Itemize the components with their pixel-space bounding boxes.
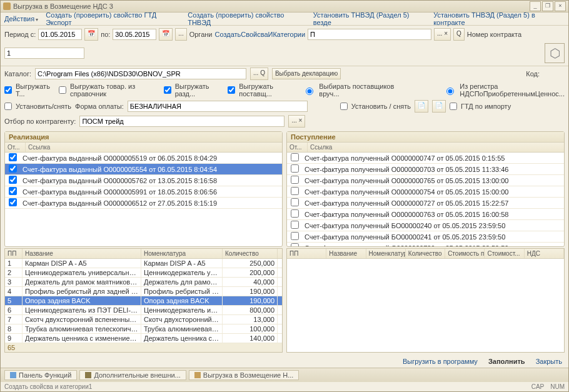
- list-item[interactable]: Счет-фактура полученный БО00000241 от 05…: [287, 231, 564, 243]
- close-button[interactable]: ×: [555, 1, 566, 11]
- list-item[interactable]: Счет-фактура полученный О0000000727 от 0…: [287, 198, 564, 209]
- chk-gtd-import[interactable]: [450, 103, 457, 110]
- row-check[interactable]: [291, 198, 299, 206]
- chk-set-unset[interactable]: [4, 103, 12, 110]
- row-check[interactable]: [291, 209, 299, 218]
- fill-link[interactable]: Заполнить: [488, 358, 525, 365]
- chk-suppliers[interactable]: [228, 86, 235, 94]
- row-check[interactable]: [291, 176, 299, 184]
- row-check[interactable]: [291, 187, 299, 195]
- list-ico2[interactable]: 📄: [432, 100, 446, 113]
- list-item[interactable]: Счет-фактура полученный О0000000765 от 0…: [287, 175, 564, 186]
- table-row[interactable]: 5Опора задняя BACKОпора задняя BACK190,0…: [5, 296, 282, 306]
- col-marked[interactable]: От...: [5, 143, 26, 152]
- grid-col[interactable]: Стоимост...: [485, 249, 524, 258]
- items-grid-right-body[interactable]: [287, 259, 564, 352]
- payment-form-input[interactable]: [128, 101, 308, 112]
- list-item[interactable]: Счет-фактура полученный О0000000747 от 0…: [287, 153, 564, 164]
- cube-icon[interactable]: ⬡: [545, 43, 565, 63]
- table-row[interactable]: 9Держатель ценника с изменением угла н..…: [5, 334, 282, 343]
- grid-col[interactable]: Название: [23, 249, 141, 258]
- export-link[interactable]: Выгрузить в программу: [403, 358, 478, 365]
- list-item[interactable]: Счет-фактура полученный О0000000763 от 0…: [287, 209, 564, 220]
- chk-goods-dir[interactable]: [59, 86, 66, 94]
- grid-col[interactable]: Номенклатура: [141, 249, 223, 258]
- period-from-picker[interactable]: 📅: [84, 28, 98, 41]
- row-check[interactable]: [9, 164, 17, 173]
- chk-export-t[interactable]: [4, 86, 12, 94]
- period-to-picker[interactable]: 📅: [159, 28, 173, 41]
- row-check[interactable]: [9, 187, 17, 195]
- create-categories-link[interactable]: СоздатьСвойсваИКатегории: [214, 31, 305, 38]
- row-check[interactable]: [9, 153, 17, 161]
- organization-input[interactable]: [308, 29, 431, 40]
- grid-col[interactable]: Стоимость по СФ: [445, 249, 485, 258]
- list-ico1[interactable]: 📄: [415, 100, 428, 113]
- catalog-browse[interactable]: ... Q: [250, 68, 268, 80]
- row-check[interactable]: [291, 232, 299, 240]
- col-link-r[interactable]: Ссылка: [308, 143, 564, 152]
- list-item[interactable]: Счет-фактура выданный О0000005991 от 18.…: [5, 186, 282, 198]
- close-link[interactable]: Закрыть: [536, 358, 562, 365]
- items-grid-left-body[interactable]: 1Карман DISP A - A5Карман DISP A - A5250…: [5, 259, 282, 343]
- contract-input[interactable]: [4, 48, 84, 59]
- period-to[interactable]: [113, 29, 156, 40]
- table-row[interactable]: 1Карман DISP A - A5Карман DISP A - A5250…: [5, 259, 282, 268]
- list-item[interactable]: Счет-фактура выданный О0000006512 от 27.…: [5, 198, 282, 209]
- list-item[interactable]: Счет-фактура полученный О0000000703 от 0…: [287, 164, 564, 175]
- grid-col[interactable]: ПП: [5, 249, 23, 258]
- row-check[interactable]: [291, 164, 299, 173]
- list-item[interactable]: Счет-фактура полученный БО00000240 от 05…: [287, 220, 564, 231]
- status-tab-3[interactable]: Выгрузка в Возмещение Н...: [189, 370, 300, 380]
- realization-list[interactable]: Счет-фактура выданный О0000005519 от 06.…: [5, 153, 282, 246]
- table-row[interactable]: 7Скотч двухсторонний вспененный рулон 5.…: [5, 315, 282, 324]
- minimize-button[interactable]: _: [530, 1, 541, 11]
- row-check[interactable]: [291, 243, 299, 246]
- receipt-list[interactable]: Счет-фактура полученный О0000000747 от 0…: [287, 153, 564, 246]
- restore-button[interactable]: ❐: [542, 1, 553, 11]
- table-row[interactable]: 2Ценникодержатель универсальный DBH3...Ц…: [5, 268, 282, 278]
- period-from[interactable]: [38, 29, 82, 40]
- org-lookup[interactable]: ... ×: [434, 28, 451, 41]
- list-item[interactable]: Счет-фактура выданный О0000005519 от 06.…: [5, 153, 282, 164]
- filter-input[interactable]: [79, 116, 284, 127]
- grid-col[interactable]: НДС: [525, 249, 564, 258]
- grid-col[interactable]: Название: [326, 249, 366, 258]
- chk-export-razd[interactable]: [164, 86, 171, 94]
- row-check[interactable]: [291, 221, 299, 229]
- menu-tnved-all[interactable]: Установить ТНВЭД (Раздел 5) везде: [313, 11, 426, 26]
- row-text: Счет-фактура полученный О0000000703 от 0…: [302, 166, 564, 173]
- grid-col[interactable]: Номенклатура: [366, 249, 406, 258]
- row-check[interactable]: [9, 176, 17, 184]
- table-row[interactable]: 4Профиль ребристый для задней опоры BA..…: [5, 287, 282, 296]
- table-row[interactable]: 3Держатель для рамок маятниковый магн...…: [5, 278, 282, 287]
- menu-tnved-contract[interactable]: Установить ТНВЭД (Раздел 5) в контракте: [433, 11, 565, 26]
- col-link[interactable]: Ссылка: [26, 143, 282, 152]
- catalog-input[interactable]: [35, 68, 246, 79]
- menu-gtd-export[interactable]: Создать (проверить) свойство ГТД Экспорт: [46, 11, 180, 26]
- row-check[interactable]: [9, 198, 17, 206]
- filter-lookup[interactable]: ... ×: [288, 115, 305, 128]
- row-check[interactable]: [291, 153, 299, 161]
- table-row[interactable]: 6Ценникодержатель из ПЭТ DELI-PRICER ...…: [5, 306, 282, 315]
- col-marked-r[interactable]: От...: [287, 143, 308, 152]
- status-tab-1[interactable]: Панель Функций: [4, 370, 77, 380]
- grid-col[interactable]: ПП: [287, 249, 326, 258]
- list-item[interactable]: Счет-фактура выданный О0000005762 от 13.…: [5, 175, 282, 186]
- list-item[interactable]: Счет-фактура полученный О0000000729 от 0…: [287, 243, 564, 246]
- menu-actions[interactable]: Действия▾: [4, 15, 38, 23]
- grid-col[interactable]: Количество: [406, 249, 445, 258]
- menu-tnved[interactable]: Создать (проверить) свойство ТНВЭД: [188, 11, 306, 26]
- table-row[interactable]: 8Трубка алюминиевая телескопическая TE..…: [5, 324, 282, 334]
- status-tab-2[interactable]: Дополнительные внешни...: [79, 370, 186, 380]
- select-declaration-button[interactable]: Выбрать декларацию: [272, 68, 341, 79]
- grid-col[interactable]: Количество: [223, 249, 278, 258]
- org-q[interactable]: Q: [453, 28, 465, 41]
- list-item[interactable]: Счет-фактура выданный О0000005554 от 06.…: [5, 164, 282, 175]
- realization-title: Реализация: [5, 132, 282, 143]
- period-select[interactable]: ...: [175, 28, 186, 41]
- chk-install[interactable]: [340, 103, 348, 110]
- rad-suppliers-manual[interactable]: [306, 88, 313, 95]
- list-item[interactable]: Счет-фактура полученный О0000000754 от 0…: [287, 186, 564, 198]
- rad-from-registry[interactable]: [446, 88, 454, 95]
